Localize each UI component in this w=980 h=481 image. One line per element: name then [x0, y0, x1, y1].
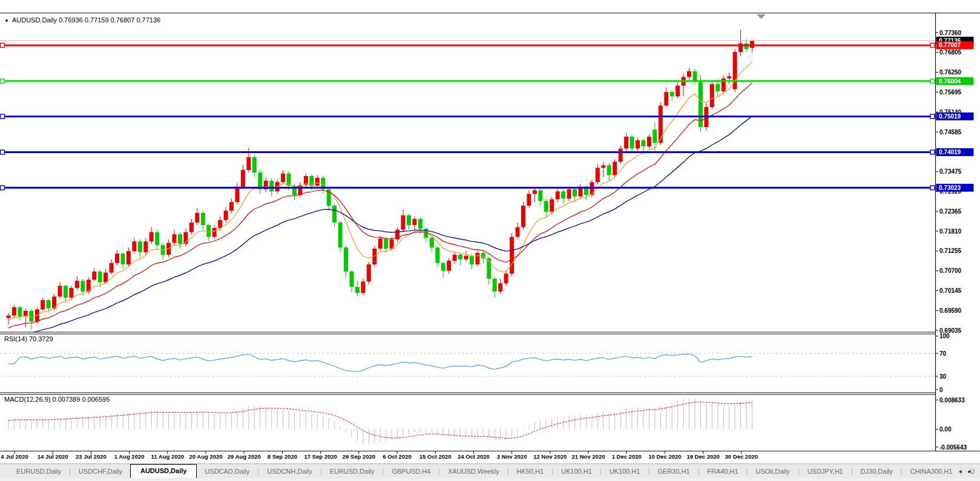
svg-text:0.73023: 0.73023 [939, 185, 961, 191]
svg-text:6 Oct 2020: 6 Oct 2020 [383, 453, 412, 460]
svg-text:24 Oct 2020: 24 Oct 2020 [458, 453, 490, 460]
svg-text:0.71810: 0.71810 [939, 228, 962, 235]
tab-xauusd-weekly[interactable]: XAUUSD,Weekly [440, 465, 507, 478]
tab-eurusd-daily[interactable]: EURUSD,Daily [322, 465, 383, 478]
svg-text:12 Nov 2020: 12 Nov 2020 [533, 453, 567, 460]
svg-text:0.75019: 0.75019 [939, 113, 961, 120]
tab-eurusd-daily[interactable]: EURUSD,Daily [8, 465, 69, 478]
rsi-indicator-label: RSI(14) 70.3729 [4, 335, 53, 342]
chart-tabs: EURUSD,Daily|USDCHF,DailyAUDUSD,DailyUSD… [8, 464, 980, 478]
one-click-collapse-icon[interactable]: ▼ [4, 18, 9, 24]
chart-tabs-bar: EURUSD,Daily|USDCHF,DailyAUDUSD,DailyUSD… [0, 463, 980, 478]
svg-text:0.74019: 0.74019 [939, 149, 961, 155]
svg-text:3 Nov 2020: 3 Nov 2020 [497, 453, 527, 460]
tab-ger30-h1[interactable]: GER30,H1 [649, 465, 697, 478]
svg-text:1 Dec 2020: 1 Dec 2020 [612, 453, 642, 460]
svg-text:30 Dec 2020: 30 Dec 2020 [725, 453, 758, 460]
svg-text:0.77360: 0.77360 [939, 30, 962, 36]
svg-text:4 Jul 2020: 4 Jul 2020 [1, 453, 28, 460]
svg-text:0: 0 [939, 387, 943, 393]
svg-text:0.73475: 0.73475 [939, 168, 962, 175]
tab-scroll-left-icon[interactable]: ◄ [958, 469, 967, 474]
svg-text:11 Aug 2020: 11 Aug 2020 [151, 453, 185, 460]
svg-text:0.00: 0.00 [939, 426, 952, 433]
svg-text:8 Sep 2020: 8 Sep 2020 [268, 453, 297, 460]
svg-text:-0.005643: -0.005643 [939, 444, 967, 451]
tab-uk100-h1[interactable]: UK100,H1 [602, 465, 648, 478]
svg-text:15 Oct 2020: 15 Oct 2020 [419, 453, 452, 460]
svg-text:19 Dec 2020: 19 Dec 2020 [686, 453, 719, 460]
tab-usdchf-daily[interactable]: USDCHF,Daily [71, 465, 130, 478]
status-strip [0, 478, 980, 481]
tab-usdcnh-daily[interactable]: USDCNH,Daily [259, 465, 320, 478]
svg-text:0.70145: 0.70145 [939, 287, 962, 294]
tab-scroll-arrows: ◄► [958, 469, 977, 474]
svg-text:17 Sep 2020: 17 Sep 2020 [304, 453, 337, 460]
chart-title-text: AUDUSD,Daily 0.76936 0.77159 0.76807 0.7… [12, 16, 160, 24]
svg-text:1 Aug 2020: 1 Aug 2020 [114, 453, 145, 460]
svg-text:0.74585: 0.74585 [939, 129, 962, 136]
tab-china300-h1[interactable]: CHINA300,H1 [903, 465, 961, 478]
svg-text:0.76250: 0.76250 [939, 69, 962, 76]
tab-gbpusd-h4[interactable]: GBPUSD,H4 [384, 465, 438, 478]
tab-uk100-h1[interactable]: UK100,H1 [553, 465, 600, 478]
tab-hk50-h1[interactable]: HK50,H1 [509, 465, 552, 478]
svg-text:14 Jul 2020: 14 Jul 2020 [38, 453, 68, 460]
price-chart-canvas[interactable]: 0.773600.768050.762500.756950.751400.745… [0, 0, 980, 481]
svg-text:100: 100 [939, 333, 950, 339]
svg-text:0.71255: 0.71255 [939, 247, 962, 254]
trading-terminal-window: ✥ ▼ M1M5M15M30H1H4D1W1MN 0.773600.768050… [0, 0, 980, 481]
svg-text:0.76004: 0.76004 [939, 78, 961, 85]
svg-text:29 Aug 2020: 29 Aug 2020 [228, 453, 261, 460]
macd-indicator-label: MACD(12,26,9) 0.007389 0.006595 [4, 396, 110, 403]
svg-text:0.008633: 0.008633 [939, 397, 965, 404]
svg-text:20 Aug 2020: 20 Aug 2020 [189, 453, 222, 460]
svg-text:26 Sep 2020: 26 Sep 2020 [343, 453, 375, 460]
svg-text:70: 70 [939, 350, 947, 357]
svg-text:0.69590: 0.69590 [939, 307, 962, 314]
tab-dj30-daily[interactable]: DJ30,Daily [853, 465, 901, 478]
svg-text:21 Nov 2020: 21 Nov 2020 [572, 453, 605, 460]
svg-text:0.76805: 0.76805 [939, 49, 962, 56]
svg-text:10 Dec 2020: 10 Dec 2020 [648, 453, 681, 460]
svg-text:0.72365: 0.72365 [939, 208, 962, 215]
chart-title: ▼AUDUSD,Daily 0.76936 0.77159 0.76807 0.… [4, 16, 160, 24]
tab-audusd-daily[interactable]: AUDUSD,Daily [130, 464, 197, 478]
tab-fra40-h1[interactable]: FRA40,H1 [699, 465, 746, 478]
svg-text:0.75695: 0.75695 [939, 89, 962, 96]
tab-scroll-right-icon[interactable]: ► [967, 469, 977, 474]
svg-text:30: 30 [939, 373, 947, 380]
svg-text:0.70700: 0.70700 [939, 267, 962, 274]
svg-text:0.77007: 0.77007 [939, 42, 961, 48]
tab-usdjpy-h1[interactable]: USDJPY,H1 [800, 465, 851, 478]
tab-usdcad-daily[interactable]: USDCAD,Daily [197, 465, 257, 478]
svg-text:23 Jul 2020: 23 Jul 2020 [76, 453, 107, 460]
tab-usoil-daily[interactable]: USOil,Daily [748, 465, 798, 478]
